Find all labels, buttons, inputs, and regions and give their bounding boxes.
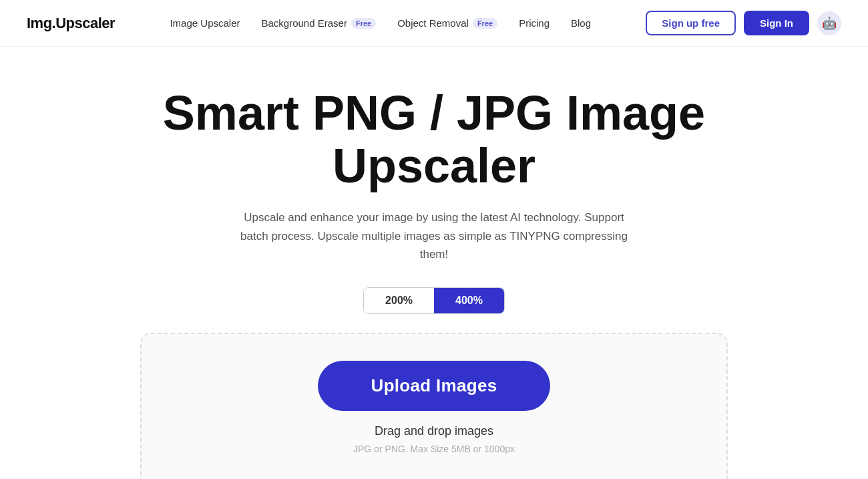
header: Img.Upscaler Image Upscaler Background E…: [0, 0, 868, 47]
main-nav: Image Upscaler Background Eraser Free Ob…: [170, 17, 591, 29]
header-actions: Sign up free Sign In 🤖: [646, 11, 841, 35]
nav-image-upscaler[interactable]: Image Upscaler: [170, 17, 240, 29]
logo[interactable]: Img.Upscaler: [27, 15, 115, 32]
badge-free-eraser: Free: [351, 18, 376, 29]
upload-images-button[interactable]: Upload Images: [318, 361, 551, 411]
hero-title: Smart PNG / JPG Image Upscaler: [134, 87, 734, 192]
scale-toggle: 200% 400%: [363, 287, 505, 314]
scale-200-button[interactable]: 200%: [364, 288, 434, 313]
hero-subtitle: Upscale and enhance your image by using …: [234, 208, 634, 263]
scale-400-button[interactable]: 400%: [434, 288, 504, 313]
main-content: Smart PNG / JPG Image Upscaler Upscale a…: [0, 47, 868, 479]
drag-hint: JPG or PNG. Max Size 5MB or 1000px: [353, 444, 515, 454]
signin-button[interactable]: Sign In: [744, 11, 809, 35]
badge-free-removal: Free: [473, 18, 497, 29]
nav-background-eraser[interactable]: Background Eraser Free: [262, 17, 377, 29]
drag-text: Drag and drop images: [375, 424, 493, 438]
signup-button[interactable]: Sign up free: [646, 11, 736, 35]
nav-pricing[interactable]: Pricing: [519, 17, 550, 29]
upload-area[interactable]: Upload Images Drag and drop images JPG o…: [140, 333, 728, 479]
nav-blog[interactable]: Blog: [571, 17, 591, 29]
nav-object-removal[interactable]: Object Removal Free: [397, 17, 497, 29]
avatar-icon[interactable]: 🤖: [817, 11, 841, 35]
